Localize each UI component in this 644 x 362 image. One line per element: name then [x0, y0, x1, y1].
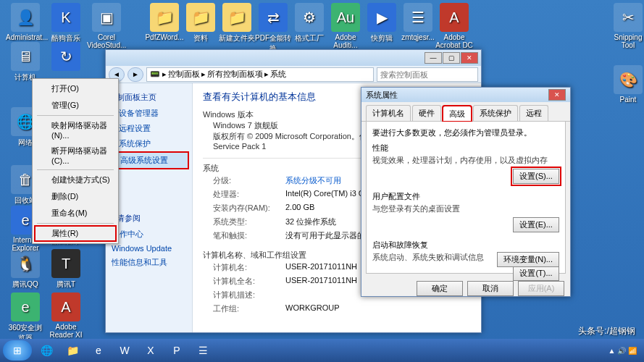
- app-icon: 📁: [150, 3, 179, 32]
- app-icon: 📁: [186, 3, 215, 32]
- cp-titlebar[interactable]: — ▢ ✕: [106, 50, 481, 66]
- system-tray[interactable]: ▲ 🔊 📶: [609, 347, 641, 355]
- tab[interactable]: 远程: [519, 105, 548, 121]
- settings-button[interactable]: 设置(S)...: [513, 169, 559, 184]
- desktop-icon[interactable]: 🐧腾讯QQ: [6, 249, 45, 290]
- tab[interactable]: 硬件: [412, 105, 441, 121]
- context-menu-item[interactable]: 属性(R): [34, 225, 117, 242]
- cancel-button[interactable]: 取消: [467, 281, 514, 296]
- breadcrumb-item[interactable]: 系统: [270, 69, 286, 80]
- start-button[interactable]: ⊞: [3, 340, 32, 361]
- row-label: 计算机全名:: [213, 276, 278, 287]
- desktop-icon[interactable]: AAdobe Reader XI: [46, 292, 85, 339]
- icon-label: Snipping Tool: [609, 33, 644, 49]
- sidebar-item[interactable]: ● 远程设置: [109, 121, 189, 136]
- desktop-icon[interactable]: K酷狗音乐: [46, 3, 85, 43]
- breadcrumb-item[interactable]: 所有控制面板项: [207, 69, 263, 80]
- app-icon: ☰: [403, 3, 432, 32]
- desktop-icon[interactable]: 📁PdfZWord...: [145, 3, 184, 41]
- desktop-icon[interactable]: ▣Corel VideoStud...: [87, 3, 126, 49]
- row-label: 系统类型:: [213, 216, 278, 227]
- seealso-item[interactable]: 性能信息和工具: [109, 255, 189, 270]
- context-menu-item[interactable]: 删除(D): [34, 188, 117, 205]
- row-label: 计算机名:: [213, 262, 278, 273]
- desktop-icon[interactable]: ↻: [46, 42, 85, 72]
- tab[interactable]: 高级: [443, 106, 472, 122]
- sidebar-item[interactable]: ● 系统保护: [109, 136, 189, 151]
- app-icon: A: [51, 292, 80, 321]
- row-label: 分级:: [213, 175, 278, 186]
- icon-label: Adobe Reader XI: [46, 323, 85, 339]
- app-icon: 🎨: [614, 65, 643, 94]
- group-label: 启动和故障恢复: [372, 240, 559, 251]
- icon-label: 新建文件夹: [217, 33, 256, 43]
- context-menu-item[interactable]: 断开网络驱动器(C)...: [34, 143, 117, 168]
- search-input[interactable]: [377, 67, 478, 82]
- sysprop-close-button[interactable]: ✕: [548, 89, 566, 101]
- settings-button[interactable]: 设置(E)...: [513, 217, 559, 232]
- icon-label: 腾讯T: [46, 279, 85, 290]
- taskbar-icon[interactable]: e: [85, 340, 112, 361]
- breadcrumb-item[interactable]: 控制面板: [168, 69, 200, 80]
- taskbar-icon[interactable]: P: [164, 340, 190, 361]
- admin-note: 要进行大多数更改，您必须作为管理员登录。: [372, 127, 559, 138]
- taskbar-icon[interactable]: W: [112, 340, 138, 361]
- tab-strip: 计算机名硬件高级系统保护远程: [361, 102, 570, 122]
- row-label: 处理器:: [213, 189, 278, 200]
- app-icon: 👤: [11, 3, 40, 32]
- desktop-icon[interactable]: AAdobe Acrobat DC: [435, 3, 474, 49]
- desktop-icon[interactable]: 📁新建文件夹: [217, 3, 256, 43]
- taskbar-icon[interactable]: 🌐: [33, 340, 59, 361]
- tab[interactable]: 系统保护: [473, 105, 518, 121]
- tab-body: 要进行大多数更改，您必须作为管理员登录。 性能 视觉效果，处理器计划，内存使用，…: [366, 122, 566, 274]
- maximize-button[interactable]: ▢: [443, 52, 460, 64]
- seealso-item[interactable]: Windows Update: [109, 242, 189, 255]
- desktop-icon[interactable]: ✂Snipping Tool: [609, 3, 644, 49]
- sidebar-header: 控制面板主页: [109, 92, 189, 103]
- tab[interactable]: 计算机名: [366, 105, 411, 121]
- breadcrumb[interactable]: 📟 ▸ 控制面板 ▸ 所有控制面板项 ▸ 系统: [146, 67, 374, 82]
- desktop-icon[interactable]: ⇄PDF全能转换: [254, 3, 293, 54]
- sidebar-item[interactable]: ● 设备管理器: [109, 106, 189, 121]
- desktop-icon[interactable]: 🖥计算机: [6, 42, 45, 83]
- context-menu-item[interactable]: 管理(G): [34, 97, 117, 114]
- close-button[interactable]: ✕: [461, 52, 478, 64]
- ok-button[interactable]: 确定: [417, 281, 463, 296]
- desktop-icon[interactable]: ▶快剪辑: [362, 3, 401, 43]
- context-menu-item[interactable]: 创建快捷方式(S): [34, 172, 117, 188]
- sysprop-titlebar[interactable]: 系统属性 ✕: [361, 88, 570, 102]
- sidebar-item[interactable]: ● 高级系统设置: [109, 151, 189, 169]
- row-value[interactable]: 系统分级不可用: [285, 175, 341, 186]
- app-icon: ▶: [367, 3, 396, 32]
- context-menu: 打开(O)管理(G)映射网络驱动器(N)...断开网络驱动器(C)...创建快捷…: [32, 78, 119, 244]
- context-menu-item[interactable]: 打开(O): [34, 80, 117, 97]
- desktop-icon[interactable]: T腾讯T: [46, 249, 85, 290]
- desktop-icon[interactable]: ⚙格式工厂: [290, 3, 329, 43]
- desktop-icon[interactable]: 👤Administrat...: [6, 3, 45, 41]
- desktop-icon[interactable]: e360安全浏览器: [6, 292, 45, 343]
- seealso-item[interactable]: 操作中心: [109, 227, 189, 242]
- taskbar-icon[interactable]: X: [138, 340, 164, 361]
- row-label: 安装内存(RAM):: [213, 203, 278, 214]
- icon-label: Adobe Acrobat DC: [435, 33, 474, 49]
- apply-button[interactable]: 应用(A): [518, 281, 564, 296]
- group-desc: 视觉效果，处理器计划，内存使用，以及虚拟内存: [372, 155, 559, 166]
- group-desc: 与您登录有关的桌面设置: [372, 203, 559, 214]
- settings-button[interactable]: 设置(T)...: [513, 266, 559, 281]
- minimize-button[interactable]: —: [425, 52, 442, 64]
- context-menu-item[interactable]: 重命名(M): [34, 205, 117, 222]
- context-menu-item[interactable]: 映射网络驱动器(N)...: [34, 117, 117, 143]
- env-vars-button[interactable]: 环境变量(N)...: [497, 252, 559, 267]
- desktop-icon[interactable]: 📁资料: [181, 3, 220, 43]
- watermark: 头条号:/超钢钢: [578, 325, 635, 337]
- desktop-icon[interactable]: ☰zmtqjesr...: [398, 3, 438, 41]
- group-label: 性能: [372, 143, 559, 153]
- taskbar-icon[interactable]: 📁: [59, 340, 85, 361]
- taskbar-icon[interactable]: ☰: [190, 340, 216, 361]
- desktop-icon[interactable]: 🎨Paint: [609, 65, 644, 104]
- desktop-icon[interactable]: AuAdobe Auditi...: [326, 3, 365, 49]
- group-label: 用户配置文件: [372, 191, 559, 202]
- app-icon: 🖥: [11, 42, 40, 71]
- row-value: 2.00 GB: [285, 203, 314, 214]
- nav-forward-button[interactable]: ►: [127, 67, 143, 82]
